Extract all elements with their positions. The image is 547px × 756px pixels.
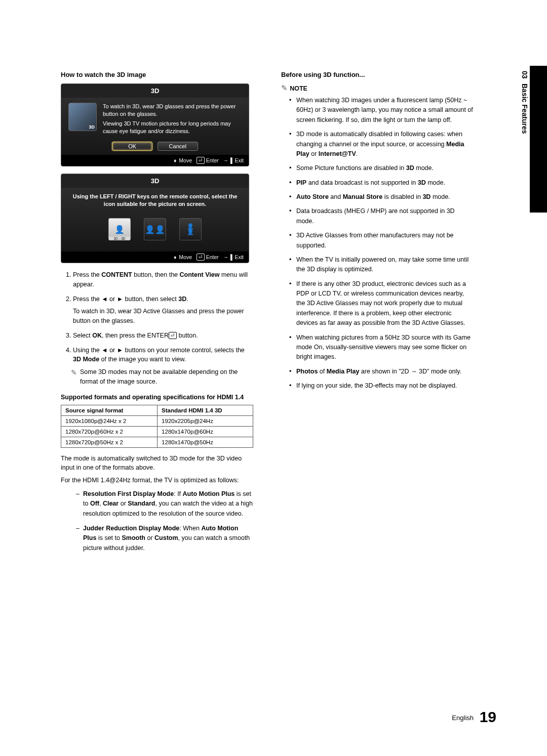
enter-inline-icon: ⏎ [169, 332, 177, 339]
dialog2-footer: ♦ Move ⏎ Enter →▐ Exit [61, 251, 249, 263]
note-item: Photos of Media Play are shown in "2D → … [289, 367, 474, 376]
table-row: 1920x1080p@24Hz x 21920x2205p@24Hz [61, 415, 253, 426]
enter-icon: ⏎ [197, 254, 205, 261]
formats-heading: Supported formats and operating specific… [61, 394, 253, 401]
mode-2d-to-3d-icon[interactable]: 👤 [108, 218, 131, 240]
step-1: Press the CONTENT button, then the Conte… [73, 270, 253, 289]
dialog1-footer: ♦ Move ⏎ Enter →▐ Exit [61, 155, 249, 166]
table-row: 1280x720p@50Hz x 21280x1470p@50Hz [61, 437, 253, 447]
note-item: PIP and data broadcast is not supported … [289, 178, 474, 188]
ok-button[interactable]: OK [112, 142, 152, 151]
chapter-tab-bg [530, 66, 547, 213]
notes-list: When watching 3D images under a fluoresc… [281, 96, 474, 391]
left-heading: How to watch the 3D image [61, 71, 253, 78]
footer-exit2: Exit [235, 254, 244, 260]
mode-judder-reduction: Judder Reduction Display Mode: When Auto… [76, 524, 253, 553]
updown-icon: ♦ [174, 254, 176, 260]
thumb-3d-icon [68, 103, 97, 131]
right-column: Before using 3D function... NOTE When wa… [281, 71, 474, 558]
mode-side-by-side-icon[interactable]: 👤👤 [144, 218, 166, 240]
note-item: When the TV is initially powered on, may… [289, 255, 474, 275]
step-2-extra: To watch in 3D, wear 3D Active Glasses a… [73, 307, 253, 326]
dialog1-line2: Viewing 3D TV motion pictures for long p… [103, 120, 242, 135]
footer-enter: Enter [206, 157, 219, 163]
step-4-note: Some 3D modes may not be available depen… [73, 367, 253, 387]
footer-move: Move [179, 157, 192, 163]
note-item: When watching pictures from a 50Hz 3D so… [289, 333, 474, 362]
note-item: Some Picture functions are disabled in 3… [289, 163, 474, 173]
chapter-number: 03 [521, 71, 529, 79]
note-item: 3D mode is automatically disabled in fol… [289, 130, 474, 159]
formats-table: Source signal format Standard HDMI 1.4 3… [61, 405, 253, 448]
dialog1-text: To watch in 3D, wear 3D glasses and pres… [103, 103, 242, 135]
enter-icon: ⏎ [197, 157, 205, 164]
updown-icon: ♦ [174, 157, 176, 163]
step-4: Using the ◄ or ► buttons on your remote … [73, 346, 253, 387]
dialog-3d-mode-select: 3D Using the LEFT / RIGHT keys on the re… [61, 174, 249, 263]
step-3: Select OK, then press the ENTER⏎ button. [73, 331, 253, 341]
note-item: 3D Active Glasses from other manufacture… [289, 231, 474, 250]
note-label: NOTE [281, 83, 474, 93]
note-item: Data broadcasts (MHEG / MHP) are not sup… [289, 206, 474, 226]
dialog1-line1: To watch in 3D, wear 3D glasses and pres… [103, 103, 242, 118]
note-item: If lying on your side, the 3D-effects ma… [289, 381, 474, 391]
dialog2-text: Using the LEFT / RIGHT keys on the remot… [68, 193, 242, 208]
table-h2: Standard HDMI 1.4 3D [158, 405, 253, 415]
page-lang: English [452, 714, 474, 722]
page-num: 19 [480, 708, 496, 725]
right-heading: Before using 3D function... [281, 71, 474, 78]
note-item: Auto Store and Manual Store is disabled … [289, 192, 474, 202]
page-number: English 19 [452, 708, 496, 726]
display-modes: Resolution First Display Mode: If Auto M… [61, 489, 253, 553]
chapter-label: Basic Features [521, 83, 529, 134]
step-2: Press the ◄ or ► button, then select 3D.… [73, 295, 253, 326]
steps-list: Press the CONTENT button, then the Conte… [61, 270, 253, 387]
mode-resolution-first: Resolution First Display Mode: If Auto M… [76, 489, 253, 519]
dialog2-title: 3D [61, 174, 249, 188]
note-item: When watching 3D images under a fluoresc… [289, 96, 474, 125]
note-item: If there is any other 3D product, electr… [289, 279, 474, 328]
left-column: How to watch the 3D image 3D To watch in… [61, 71, 253, 558]
footer-enter2: Enter [206, 254, 219, 260]
dialog1-title: 3D [61, 84, 249, 98]
exit-icon: →▐ [223, 254, 232, 260]
page: 03 Basic Features How to watch the 3D im… [0, 0, 547, 756]
footer-move2: Move [179, 254, 192, 260]
table-row: 1280x720p@60Hz x 21280x1470p@60Hz [61, 426, 253, 437]
after-table-1: The mode is automatically switched to 3D… [61, 454, 253, 473]
footer-exit: Exit [235, 157, 244, 163]
table-h1: Source signal format [61, 405, 158, 415]
after-table-2: For the HDMI 1.4@24Hz format, the TV is … [61, 476, 253, 485]
mode-top-bottom-icon[interactable]: 👤👤 [179, 218, 202, 240]
cancel-button[interactable]: Cancel [158, 142, 198, 151]
dialog-3d-confirm: 3D To watch in 3D, wear 3D glasses and p… [61, 83, 249, 166]
exit-icon: →▐ [223, 157, 232, 163]
